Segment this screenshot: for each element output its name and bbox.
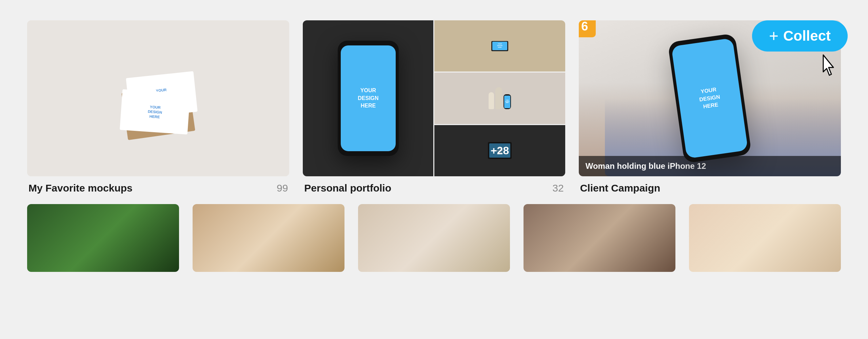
collection-footer-campaign: Client Campaign <box>579 182 841 194</box>
collection-name-favorites: My Favorite mockups <box>28 182 133 194</box>
row2-woman2[interactable] <box>689 204 841 272</box>
favorites-main-image: YOURDESIGNHERE YOURDESIGNHERE <box>27 20 289 176</box>
bc-text-2: YOURDESIGNHERE <box>147 104 162 120</box>
collect-label: Collect <box>783 28 831 44</box>
row2-watch[interactable] <box>193 204 344 272</box>
portfolio-phone: YOURDESIGNHERE <box>338 41 399 156</box>
collection-images-portfolio: YOURDESIGNHERE YOURDESIGNHERE <box>303 20 565 176</box>
campaign-badge: 6 <box>579 20 596 37</box>
row2-woman1[interactable] <box>524 204 675 272</box>
portfolio-right-grid: YOURDESIGNHERE YOURDESIGNHERE <box>434 20 565 176</box>
portfolio-phone-screen: YOURDESIGNHERE <box>341 45 396 151</box>
collection-card-portfolio[interactable]: YOURDESIGNHERE YOURDESIGNHERE <box>303 20 565 194</box>
portfolio-count-overlay: +28 <box>434 125 565 176</box>
collection-card-favorites[interactable]: YOURDESIGNHERE YOURDESIGNHERE My Favorit… <box>27 20 289 194</box>
collections-row: YOURDESIGNHERE YOURDESIGNHERE My Favorit… <box>27 20 841 194</box>
portfolio-cell-desk: YOURDESIGNHERE <box>434 20 565 72</box>
plus-icon: + <box>769 28 778 44</box>
collect-button[interactable]: + Collect <box>752 20 848 52</box>
bc-stack: YOURDESIGNHERE YOURDESIGNHERE <box>121 54 196 142</box>
campaign-ydh-text: YOURDESIGNHERE <box>698 85 722 111</box>
collection-footer-portfolio: Personal portfolio 32 <box>303 182 565 194</box>
row2-green[interactable] <box>27 204 179 272</box>
portfolio-ydh-text: YOURDESIGNHERE <box>358 87 378 109</box>
portfolio-cell-bottles: YOURDESIGNHERE <box>434 73 565 124</box>
business-card-scene: YOURDESIGNHERE YOURDESIGNHERE <box>27 20 289 176</box>
collections-row-2 <box>27 204 841 272</box>
page-container: + Collect YOURDESIGNHERE YOU <box>0 0 868 339</box>
portfolio-main: YOURDESIGNHERE <box>303 20 433 176</box>
collection-images-favorites: YOURDESIGNHERE YOURDESIGNHERE <box>27 20 289 176</box>
collection-footer-favorites: My Favorite mockups 99 <box>27 182 289 194</box>
portfolio-cell-laptop: YOURDESIGNHERE +28 <box>434 125 565 176</box>
bc-card-2: YOURDESIGNHERE <box>120 89 190 135</box>
campaign-phone-screen: YOURDESIGNHERE <box>671 38 748 159</box>
row2-room[interactable] <box>358 204 510 272</box>
collection-name-portfolio: Personal portfolio <box>304 182 391 194</box>
collection-name-campaign: Client Campaign <box>580 182 660 194</box>
collection-count-portfolio: 32 <box>552 182 564 194</box>
collection-count-favorites: 99 <box>277 182 288 194</box>
